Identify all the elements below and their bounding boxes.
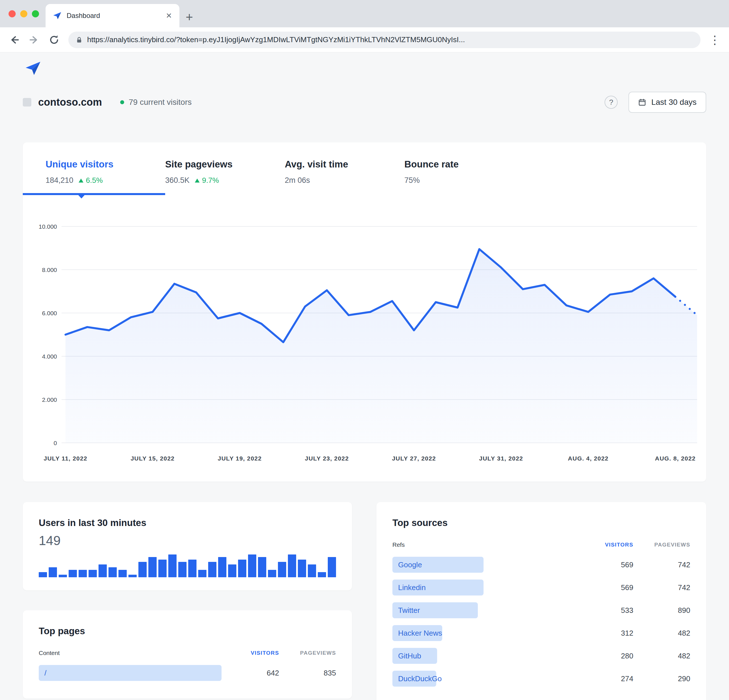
top-pages-rows: /642835: [39, 662, 336, 684]
row-bar[interactable]: Hacker News: [392, 625, 442, 641]
row-pageviews: 742: [633, 583, 690, 592]
calendar-icon: [638, 98, 646, 106]
metric-tab-bounce-rate[interactable]: Bounce rate75%: [404, 159, 524, 185]
current-visitors: 79 current visitors: [120, 98, 192, 107]
minibar: [258, 557, 266, 577]
back-icon[interactable]: [9, 34, 20, 46]
browser-tab-dashboard[interactable]: Dashboard ✕: [45, 4, 179, 28]
tinybird-logo-icon: [25, 61, 41, 76]
svg-text:JULY 27, 2022: JULY 27, 2022: [392, 455, 436, 462]
svg-text:JULY 19, 2022: JULY 19, 2022: [218, 455, 262, 462]
minimize-window-button[interactable]: [20, 10, 28, 17]
minibar: [178, 562, 186, 577]
svg-text:JULY 23, 2022: JULY 23, 2022: [305, 455, 349, 462]
row-bar[interactable]: Linkedin: [392, 579, 484, 595]
svg-text:JULY 11, 2022: JULY 11, 2022: [44, 455, 87, 462]
metric-value: 2m 06s: [285, 176, 310, 185]
top-pages-title: Top pages: [39, 626, 336, 636]
minibar: [99, 565, 107, 577]
column-pageviews[interactable]: PAGEVIEWS: [279, 650, 336, 656]
row-label: DuckDuckGo: [398, 674, 441, 683]
minibar: [198, 570, 206, 577]
minibar: [328, 557, 336, 577]
row-label: Linkedin: [398, 583, 426, 592]
metrics-chart-card: Unique visitors184,2106.5%Site pageviews…: [23, 142, 706, 482]
top-sources-rows: Google569742Linkedin569742Twitter533890H…: [392, 553, 690, 690]
column-content: Content: [39, 649, 228, 656]
row-pageviews: 290: [633, 674, 690, 683]
reload-icon[interactable]: [48, 34, 60, 46]
row-visitors: 569: [582, 561, 633, 569]
minibar: [188, 560, 196, 577]
metric-label: Avg. visit time: [285, 159, 404, 170]
minibar: [208, 562, 216, 577]
up-triangle-icon: [195, 179, 200, 183]
row-pageviews: 482: [633, 629, 690, 638]
row-visitors: 642: [228, 669, 279, 678]
table-row: Twitter533890: [392, 599, 690, 622]
top-sources-title: Top sources: [392, 517, 690, 528]
table-row: DuckDuckGo274290: [392, 667, 690, 690]
minibar: [248, 555, 256, 577]
users-last-30min-card: Users in last 30 minutes 149: [23, 502, 352, 590]
zoom-window-button[interactable]: [32, 10, 39, 17]
svg-text:JULY 15, 2022: JULY 15, 2022: [131, 455, 175, 462]
row-bar[interactable]: Google: [392, 557, 484, 573]
new-tab-button[interactable]: +: [186, 11, 193, 23]
row-pageviews: 482: [633, 652, 690, 661]
svg-text:6.000: 6.000: [42, 310, 57, 317]
row-label: GitHub: [398, 652, 421, 661]
browser-toolbar: https://analytics.tinybird.co/?token=p.e…: [0, 28, 729, 52]
row-bar[interactable]: Twitter: [392, 602, 478, 618]
metric-tab-site-pageviews[interactable]: Site pageviews360.5K9.7%: [165, 159, 285, 185]
row-bar[interactable]: DuckDuckGo: [392, 671, 436, 687]
visitors-area-chart: 02.0004.0006.0008.00010.000JULY 11, 2022…: [23, 195, 706, 480]
table-header: Content VISITORS PAGEVIEWS: [39, 649, 336, 656]
row-visitors: 280: [582, 652, 633, 661]
minibar: [298, 560, 306, 577]
date-range-button[interactable]: Last 30 days: [629, 92, 706, 113]
forward-icon[interactable]: [29, 34, 40, 46]
minibar: [59, 575, 67, 577]
metric-delta: 9.7%: [195, 176, 219, 185]
minibar: [308, 565, 316, 577]
row-label: Google: [398, 561, 422, 569]
svg-text:JULY 31, 2022: JULY 31, 2022: [479, 455, 523, 462]
svg-text:2.000: 2.000: [42, 396, 57, 403]
row-bar[interactable]: /: [39, 665, 222, 681]
metric-value: 75%: [404, 176, 420, 185]
metric-value: 360.5K: [165, 176, 190, 185]
metric-tab-avg-visit-time[interactable]: Avg. visit time2m 06s: [285, 159, 404, 185]
minibar: [49, 567, 57, 577]
metric-value: 184,210: [45, 176, 74, 185]
close-window-button[interactable]: [9, 10, 16, 17]
metric-tab-unique-visitors[interactable]: Unique visitors184,2106.5%: [45, 159, 165, 185]
live-dot-icon: [120, 100, 124, 104]
help-button[interactable]: ?: [604, 96, 618, 109]
tinybird-favicon-icon: [53, 12, 61, 20]
minibar: [268, 570, 276, 577]
minibar: [69, 570, 77, 577]
minibar: [228, 565, 236, 577]
table-row: Linkedin569742: [392, 576, 690, 599]
svg-text:8.000: 8.000: [42, 267, 57, 273]
minibar: [148, 557, 157, 577]
browser-tab-strip: Dashboard ✕ +: [0, 0, 729, 28]
minibar: [278, 562, 286, 577]
macos-window-controls: [9, 10, 39, 17]
svg-text:AUG. 8, 2022: AUG. 8, 2022: [655, 455, 696, 462]
close-tab-icon[interactable]: ✕: [166, 12, 172, 20]
minibar: [238, 560, 246, 577]
column-pageviews[interactable]: PAGEVIEWS: [633, 542, 690, 548]
column-visitors[interactable]: VISITORS: [228, 650, 279, 656]
column-visitors[interactable]: VISITORS: [582, 542, 633, 548]
url-bar[interactable]: https://analytics.tinybird.co/?token=p.e…: [68, 32, 700, 48]
browser-menu-icon[interactable]: ⋮: [709, 34, 720, 46]
date-range-label: Last 30 days: [651, 98, 697, 107]
metric-tabs: Unique visitors184,2106.5%Site pageviews…: [23, 142, 706, 195]
users-minibar-chart: [39, 555, 336, 577]
row-bar[interactable]: GitHub: [392, 648, 437, 664]
url-text: https://analytics.tinybird.co/?token=p.e…: [87, 35, 465, 44]
minibar: [118, 570, 127, 577]
svg-text:AUG. 4, 2022: AUG. 4, 2022: [568, 455, 608, 462]
